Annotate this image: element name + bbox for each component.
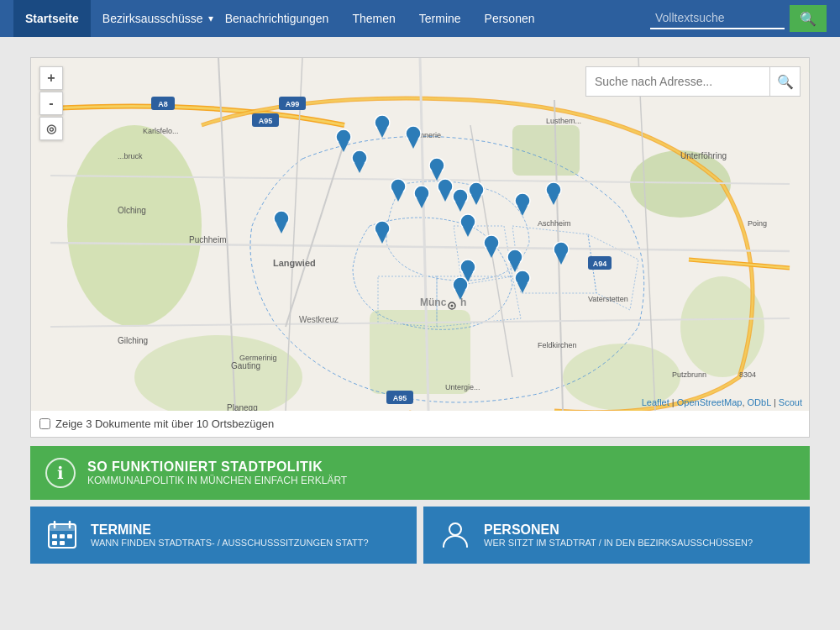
termine-icon [45, 518, 79, 552]
map-options: Zeige 3 Dokumente mit über 10 Ortsbezüge… [31, 411, 809, 437]
svg-marker-83 [517, 283, 528, 293]
svg-text:Planegg: Planegg [227, 403, 258, 411]
svg-rect-90 [52, 534, 57, 538]
svg-text:A95: A95 [259, 117, 273, 125]
svg-marker-85 [556, 255, 566, 265]
map-pin-10[interactable] [467, 181, 486, 209]
termine-subtitle: WANN FINDEN STADTRATS- / AUSSCHUSSSITZUN… [91, 538, 369, 548]
nav-search-input[interactable] [650, 8, 785, 29]
nav-themen[interactable]: Themen [340, 0, 407, 37]
info-section: ℹ SO FUNKTIONIERT STADTPOLITIK KOMMUNALP… [30, 446, 810, 564]
svg-marker-65 [276, 223, 286, 234]
map-pin-6[interactable] [389, 178, 407, 206]
zoom-in-button[interactable]: + [39, 66, 63, 90]
nav-bezirksausschusse-dropdown[interactable]: Bezirksausschüsse [91, 0, 213, 37]
svg-rect-87 [49, 524, 76, 531]
svg-marker-59 [440, 192, 450, 202]
svg-text:A95: A95 [393, 394, 407, 402]
svg-text:Vaterstetten: Vaterstetten [588, 295, 628, 303]
show-documents-label[interactable]: Zeige 3 Dokumente mit über 10 Ortsbezüge… [55, 417, 274, 430]
svg-marker-45 [339, 142, 349, 152]
svg-marker-75 [486, 248, 496, 258]
nav-personen[interactable]: Personen [473, 0, 547, 37]
main-content: A8 A99 A95 A94 A95 Olching Puc [17, 57, 823, 564]
svg-text:A8: A8 [158, 100, 168, 108]
map-pin-11[interactable] [272, 210, 291, 238]
map-pin-21[interactable] [552, 241, 570, 269]
svg-text:A94: A94 [593, 260, 607, 268]
map-container: A8 A99 A95 A94 A95 Olching Puc [30, 57, 810, 438]
svg-text:Westkreuz: Westkreuz [299, 315, 339, 324]
termine-text: TERMINE WANN FINDEN STADTRATS- / AUSSCHU… [91, 522, 369, 548]
map-pin-20[interactable] [513, 270, 532, 297]
map-search-area: 🔍 [585, 66, 801, 97]
svg-text:Gauting: Gauting [231, 361, 260, 370]
stadtpolitik-banner[interactable]: ℹ SO FUNKTIONIERT STADTPOLITIK KOMMUNALP… [30, 446, 810, 500]
svg-text:Aschheim: Aschheim [538, 219, 571, 228]
svg-rect-93 [52, 541, 57, 545]
svg-marker-47 [377, 128, 387, 138]
show-documents-checkbox[interactable] [39, 418, 50, 429]
svg-marker-49 [408, 139, 418, 149]
map-pin-12[interactable] [373, 220, 391, 248]
svg-marker-63 [471, 195, 481, 205]
map-address-input[interactable] [585, 66, 770, 97]
scout-link[interactable]: Scout [779, 397, 802, 407]
svg-marker-81 [455, 290, 465, 300]
svg-marker-51 [354, 163, 365, 173]
svg-text:...bruck: ...bruck [118, 152, 143, 160]
svg-text:Poing: Poing [748, 219, 767, 228]
map-pin-3[interactable] [404, 125, 423, 153]
svg-text:Olching: Olching [118, 206, 146, 215]
map-search-button[interactable]: 🔍 [770, 66, 801, 97]
odbl-link[interactable]: ODbL [748, 397, 771, 407]
svg-rect-94 [60, 541, 65, 545]
map-controls: + - ◎ [39, 66, 63, 140]
personen-subtitle: WER SITZT IM STADTRAT / IN DEN BEZIRKSAU… [484, 538, 753, 548]
nav-search-button[interactable]: 🔍 [790, 5, 827, 32]
nav-benachrichtigungen[interactable]: Benachrichtigungen [213, 0, 341, 37]
svg-text:Unterföhring: Unterföhring [680, 151, 727, 160]
map-pin-14[interactable] [513, 192, 532, 220]
nav-startseite[interactable]: Startseite [13, 0, 91, 37]
svg-marker-69 [463, 227, 473, 237]
svg-text:A99: A99 [286, 100, 300, 108]
svg-marker-71 [517, 206, 528, 216]
nav-search-area: 🔍 [650, 5, 827, 32]
locate-button[interactable]: ◎ [39, 117, 63, 140]
map-background: A8 A99 A95 A94 A95 Olching Puc [31, 58, 809, 411]
svg-rect-91 [60, 534, 65, 538]
svg-text:Lusthem...: Lusthem... [546, 117, 581, 125]
map-pin-4[interactable] [350, 150, 369, 177]
svg-marker-73 [549, 195, 559, 205]
map-pin-16[interactable] [482, 234, 501, 262]
svg-marker-55 [393, 192, 403, 202]
svg-text:Puchheim: Puchheim [189, 235, 226, 244]
map-pin-19[interactable] [451, 276, 470, 304]
svg-marker-57 [417, 198, 427, 208]
personen-icon [438, 518, 472, 552]
osm-link[interactable]: OpenStreetMap [677, 397, 743, 407]
map-pin-2[interactable] [373, 114, 391, 142]
stadtpolitik-subtitle: KOMMUNALPOLITIK IN MÜNCHEN EINFACH ERKLÄ… [87, 475, 347, 486]
zoom-out-button[interactable]: - [39, 92, 63, 115]
svg-text:Langwied: Langwied [273, 258, 316, 268]
termine-card[interactable]: TERMINE WANN FINDEN STADTRATS- / AUSSCHU… [30, 507, 417, 564]
map-pin-13[interactable] [459, 213, 477, 241]
personen-card[interactable]: PERSONEN WER SITZT IM STADTRAT / IN DEN … [423, 507, 810, 564]
map-pin-7[interactable] [412, 185, 431, 213]
leaflet-link[interactable]: Leaflet [642, 397, 669, 407]
map-attribution: Leaflet | OpenStreetMap, ODbL | Scout [642, 397, 802, 407]
personen-text: PERSONEN WER SITZT IM STADTRAT / IN DEN … [484, 522, 753, 548]
svg-rect-92 [67, 534, 72, 538]
svg-point-43 [451, 305, 454, 307]
svg-marker-61 [455, 202, 465, 212]
nav-bezirksausschusse[interactable]: Bezirksausschüsse [91, 0, 208, 37]
svg-text:Gilching: Gilching [118, 336, 148, 345]
nav-termine[interactable]: Termine [407, 0, 473, 37]
svg-text:Putzbrunn: Putzbrunn [672, 370, 706, 379]
bottom-cards: TERMINE WANN FINDEN STADTRATS- / AUSSCHU… [30, 507, 810, 564]
stadtpolitik-text: SO FUNKTIONIERT STADTPOLITIK KOMMUNALPOL… [87, 459, 347, 486]
svg-marker-67 [377, 234, 387, 244]
map-pin-15[interactable] [544, 181, 563, 209]
